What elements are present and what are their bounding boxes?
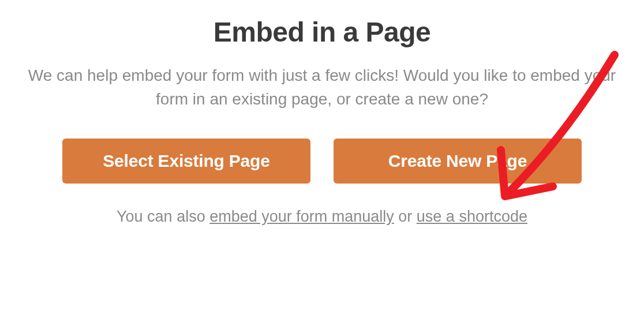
create-new-page-button[interactable]: Create New Page xyxy=(334,139,582,184)
footer-text: You can also embed your form manually or… xyxy=(117,208,527,226)
embed-manually-link[interactable]: embed your form manually xyxy=(209,208,394,225)
button-row: Select Existing Page Create New Page xyxy=(62,139,582,184)
footer-prefix: You can also xyxy=(117,208,209,225)
footer-middle: or xyxy=(394,208,417,225)
use-shortcode-link[interactable]: use a shortcode xyxy=(417,208,527,225)
dialog-subtitle: We can help embed your form with just a … xyxy=(22,64,622,111)
dialog-title: Embed in a Page xyxy=(214,16,431,48)
select-existing-page-button[interactable]: Select Existing Page xyxy=(62,139,310,184)
